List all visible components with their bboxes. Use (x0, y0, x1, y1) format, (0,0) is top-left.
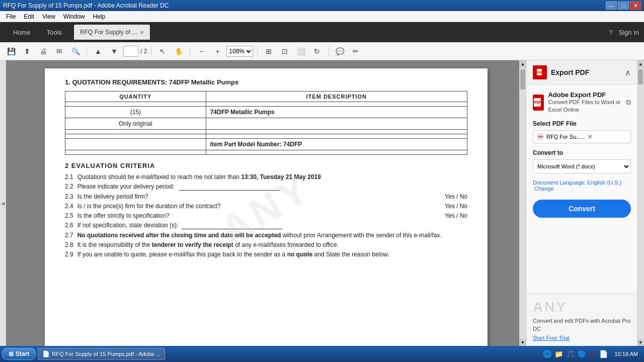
eval-item-2-9: 2.9 If you are unable to quote, please e… (65, 251, 467, 258)
antivirus-icon[interactable]: 🛡 (589, 350, 596, 358)
promo-text: Convert and edit PDFs with Acrobat Pro D… (533, 317, 631, 333)
table-row (65, 130, 467, 134)
media-icon[interactable]: 🎵 (566, 350, 575, 358)
taskbar-app-label: RFQ For Supply of 15 Pumps.pdf - Adobe .… (52, 351, 160, 357)
export-header-left: PDF Export PDF (533, 65, 589, 79)
pdf-section-1-heading: 1. QUOTATION REQUIREMENTS: 74DFP Metalli… (65, 78, 467, 86)
next-page-button[interactable]: ▼ (107, 44, 121, 58)
folder-icon[interactable]: 📁 (554, 350, 563, 358)
doc-lang-label: Document Language: (533, 179, 586, 186)
toolbar-separator-4 (257, 46, 258, 56)
table-row: Item Part Model Number: 74DFP (65, 139, 467, 150)
scroll-thumb[interactable] (520, 69, 525, 89)
right-scroll-up[interactable]: ▲ (637, 60, 644, 67)
draw-button[interactable]: ✏ (349, 44, 363, 58)
doc-lang-value: English (U.S.) (587, 179, 621, 186)
right-panel-scrollbar[interactable]: ▲ ▼ (637, 60, 644, 346)
help-icon[interactable]: ? (609, 29, 612, 36)
upload-button[interactable]: ⬆ (20, 44, 34, 58)
svg-text:PDF: PDF (534, 101, 542, 104)
home-button[interactable]: Home (5, 22, 39, 42)
vertical-scrollbar[interactable]: ▲ ▼ (519, 60, 526, 346)
convert-to-label: Convert to (533, 149, 631, 156)
eval-num: 2.5 (65, 212, 73, 219)
eval-num: 2.4 (65, 203, 73, 210)
page-number-input[interactable]: 1 (123, 46, 138, 57)
eval-item-2-5: 2.5Is the offer strictly to specificatio… (65, 212, 467, 219)
nav-right: ? Sign In (609, 29, 639, 36)
sign-in-button[interactable]: Sign In (619, 29, 639, 36)
minimize-button[interactable]: — (606, 2, 617, 10)
start-button[interactable]: ⊞ Start (2, 348, 36, 360)
eval-text: It is the responsibility of the tenderer… (77, 241, 339, 248)
rotate-button[interactable]: ↻ (310, 44, 324, 58)
close-button[interactable]: ✕ (630, 2, 641, 10)
window-controls: — □ ✕ (606, 2, 641, 10)
menu-edit[interactable]: Edit (20, 12, 38, 21)
full-screen-button[interactable]: ⬜ (294, 44, 308, 58)
any-label: ANY (533, 299, 567, 315)
start-label: Start (16, 350, 29, 357)
menu-view[interactable]: View (38, 12, 59, 21)
pdf-section-2-heading: 2 EVALUATION CRITERIA (65, 162, 467, 169)
total-pages: / 2 (140, 48, 147, 55)
search-button[interactable]: 🔍 (68, 44, 83, 58)
remove-pdf-file-button[interactable]: ✕ (588, 133, 627, 140)
fit-page-button[interactable]: ⊡ (278, 44, 292, 58)
convert-button[interactable]: Convert (533, 200, 631, 218)
zoom-in-button[interactable]: + (210, 44, 224, 58)
export-pdf-svg: PDF (536, 68, 544, 76)
eval-item-2-2: 2.2 Please indicate your delivery period… (65, 183, 467, 191)
toolbar-separator-1 (87, 46, 87, 56)
document-tab[interactable]: RFQ For Supply of ... ✕ (74, 25, 150, 40)
eval-num: 2.1 (65, 173, 73, 180)
tab-close-icon[interactable]: ✕ (140, 30, 144, 35)
right-scroll-thumb[interactable] (638, 69, 643, 84)
promo-header: ANY (533, 299, 631, 315)
comment-button[interactable]: 💬 (333, 44, 347, 58)
adobe-copy-icon: ⧉ (626, 98, 631, 107)
eval-item-2-8: 2.8 It is the responsibility of the tend… (65, 241, 467, 248)
left-panel-toggle[interactable]: ◀ (0, 60, 6, 346)
save-button[interactable]: 💾 (4, 44, 18, 58)
change-language-link[interactable]: Change (534, 186, 554, 192)
browser-icon[interactable]: 🔵 (578, 350, 586, 358)
eval-item-2-7: 2.7 No quotations received after the clo… (65, 232, 467, 239)
export-pdf-icon: PDF (533, 65, 547, 79)
pointer-tool[interactable]: ↖ (155, 44, 170, 58)
fit-width-button[interactable]: ⊞ (262, 44, 276, 58)
taskbar-acrobat-app[interactable]: 📄 RFQ For Supply of 15 Pumps.pdf - Adobe… (38, 348, 165, 360)
pdf-filename: RFQ For Su...5 Pumps.pdf (546, 134, 586, 140)
eval-text: If you are unable to quote, please e-mai… (77, 251, 389, 258)
eval-yesno: Yes / No (445, 193, 467, 200)
collapse-panel-button[interactable]: ∧ (625, 68, 631, 77)
menu-help[interactable]: Help (89, 12, 110, 21)
page-counter: 1 / 2 (123, 46, 147, 57)
acrobat-tray-icon[interactable]: 📄 (599, 350, 608, 358)
table-row (65, 102, 467, 107)
free-trial-link[interactable]: Start Free Trial (533, 335, 631, 341)
ie-icon[interactable]: 🌐 (543, 350, 551, 358)
eval-text: Quotations should be e-mail/faxed to rea… (77, 173, 321, 180)
right-scroll-down[interactable]: ▼ (637, 339, 644, 346)
scroll-up-arrow[interactable]: ▲ (519, 60, 526, 67)
print-button[interactable]: 🖨 (36, 44, 50, 58)
menu-window[interactable]: Window (59, 12, 89, 21)
zoom-select[interactable]: 108% 100% 75% 50% (226, 46, 253, 57)
menu-file[interactable]: File (2, 12, 20, 21)
eval-num: 2.9 (65, 251, 73, 258)
maximize-button[interactable]: □ (618, 2, 629, 10)
toolbar-separator-2 (151, 46, 151, 56)
zoom-out-button[interactable]: − (194, 44, 208, 58)
eval-num: 2.7 (65, 232, 73, 239)
scroll-down-arrow[interactable]: ▼ (519, 339, 526, 346)
convert-format-select[interactable]: Microsoft Word (*.docx) Microsoft Excel … (533, 159, 631, 173)
toolbar: 💾 ⬆ 🖨 ✉ 🔍 ▲ ▼ 1 / 2 ↖ ✋ − + 108% 100% 75… (0, 42, 644, 60)
email-button[interactable]: ✉ (52, 44, 66, 58)
eval-yesno: Yes / No (445, 212, 467, 219)
acrobat-taskbar-icon: 📄 (42, 350, 50, 357)
prev-page-button[interactable]: ▲ (91, 44, 105, 58)
select-pdf-section: Select PDF File PDF RFQ For Su...5 Pumps… (533, 120, 631, 143)
tools-button[interactable]: Tools (39, 22, 70, 42)
hand-tool[interactable]: ✋ (172, 44, 186, 58)
